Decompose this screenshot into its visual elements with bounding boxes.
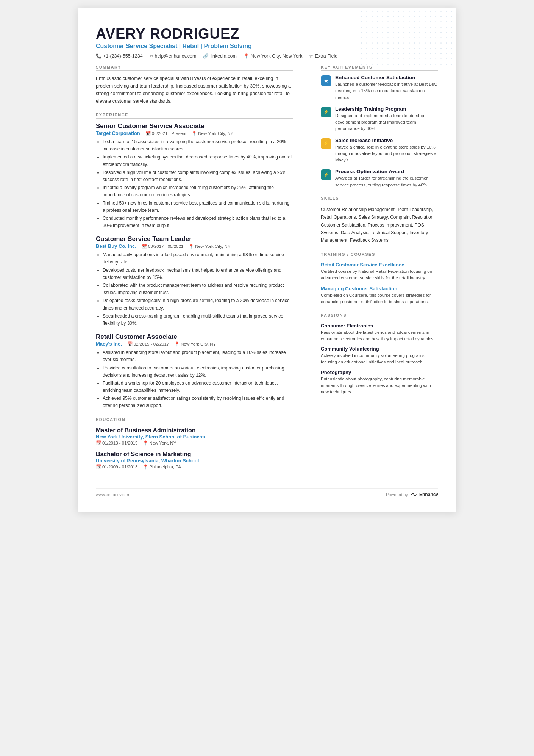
job-1-meta: Target Corporation 📅 06/2021 - Present 📍… — [96, 130, 293, 136]
list-item: Spearheaded a cross-training program, en… — [103, 313, 293, 327]
enhancv-mark-icon — [410, 492, 418, 497]
training-1-desc: Certified course by National Retail Fede… — [321, 268, 438, 282]
edu-2-meta: 📅 01/2009 - 01/2013 📍 Philadelphia, PA — [96, 464, 293, 470]
skills-section: SKILLS Customer Relationship Management,… — [321, 196, 438, 244]
achievements-section: KEY ACHIEVEMENTS ★ Enhanced Customer Sat… — [321, 65, 438, 188]
phone-icon: 📞 — [96, 53, 101, 59]
list-item: Managed daily operations in a fast-paced… — [103, 251, 293, 266]
job-1-bullets: Led a team of 15 associates in revamping… — [96, 138, 293, 229]
achievement-1-title: Enhanced Customer Satisfaction — [335, 75, 438, 80]
achievements-label: KEY ACHIEVEMENTS — [321, 65, 438, 71]
achievement-3-icon: ⚡ — [321, 138, 331, 149]
training-2-desc: Completed on Coursera, this course cover… — [321, 292, 438, 305]
passion-2-desc: Actively involved in community volunteer… — [321, 352, 438, 366]
training-2-title: Managing Customer Satisfaction — [321, 286, 438, 291]
achievement-4-icon: ⚡ — [321, 169, 331, 180]
pin-icon: 📍 — [174, 341, 180, 347]
contact-location: 📍 New York City, New York — [244, 53, 303, 59]
edu-1: Master of Business Administration New Yo… — [96, 427, 293, 446]
contact-phone: 📞 +1-(234)-555-1234 — [96, 53, 143, 59]
achievement-1-content: Enhanced Customer Satisfaction Launched … — [335, 75, 438, 101]
summary-section: SUMMARY Enthusiastic customer service sp… — [96, 65, 293, 105]
job-2: Customer Service Team Leader Best Buy Co… — [96, 235, 293, 327]
job-2-title: Customer Service Team Leader — [96, 235, 293, 243]
list-item: Assisted in enhancing store layout and p… — [103, 349, 293, 363]
email-icon: ✉ — [150, 53, 153, 59]
education-label: EDUCATION — [96, 417, 293, 423]
job-1-company: Target Corporation — [96, 130, 140, 136]
achievement-2-icon: ⚡ — [321, 107, 331, 117]
passion-3-title: Photography — [321, 369, 438, 375]
location-icon: 📍 — [244, 53, 249, 59]
list-item: Implemented a new ticketing system that … — [103, 153, 293, 168]
resume-page: // Generate dots inline for(let i=0;i<24… — [78, 8, 456, 512]
experience-section: EXPERIENCE Senior Customer Service Assoc… — [96, 113, 293, 410]
achievement-4-content: Process Optimization Award Awarded at Ta… — [335, 169, 438, 188]
passion-3-desc: Enthusiastic about photography, capturin… — [321, 376, 438, 396]
calendar-icon: 📅 — [142, 244, 147, 249]
experience-label: EXPERIENCE — [96, 113, 293, 119]
enhancv-logo: Enhancv — [410, 492, 438, 497]
list-item: Initiated a loyalty program which increa… — [103, 184, 293, 199]
job-2-company: Best Buy Co. Inc. — [96, 243, 136, 249]
job-3: Retail Customer Associate Macy's Inc. 📅 … — [96, 333, 293, 410]
edu-2: Bachelor of Science in Marketing Univers… — [96, 451, 293, 470]
training-2: Managing Customer Satisfaction Completed… — [321, 286, 438, 305]
achievement-3-desc: Played a critical role in elevating stor… — [335, 144, 438, 164]
job-3-title: Retail Customer Associate — [96, 333, 293, 341]
training-label: TRAINING / COURSES — [321, 252, 438, 258]
list-item: Provided consultation to customers on va… — [103, 365, 293, 379]
left-column: SUMMARY Enthusiastic customer service sp… — [96, 65, 293, 477]
achievement-4-title: Process Optimization Award — [335, 169, 438, 174]
summary-label: SUMMARY — [96, 65, 293, 71]
edu-1-school: New York University, Stern School of Bus… — [96, 434, 293, 440]
pin-icon: 📍 — [192, 131, 197, 136]
skills-label: SKILLS — [321, 196, 438, 202]
right-column: KEY ACHIEVEMENTS ★ Enhanced Customer Sat… — [321, 65, 438, 477]
passion-1-desc: Passionate about the latest trends and a… — [321, 329, 438, 343]
job-3-date: 📅 02/2015 - 02/2017 — [127, 341, 169, 347]
job-1: Senior Customer Service Associate Target… — [96, 122, 293, 229]
list-item: Resolved a high volume of customer compl… — [103, 169, 293, 183]
column-divider — [307, 65, 307, 477]
achievement-2: ⚡ Leadership Training Program Designed a… — [321, 106, 438, 132]
list-item: Led a team of 15 associates in revamping… — [103, 138, 293, 153]
contact-linkedin: 🔗 linkedin.com — [203, 53, 236, 59]
list-item: Achieved 95% customer satisfaction ratin… — [103, 395, 293, 409]
job-2-location: 📍 New York City, NY — [189, 244, 230, 249]
edu-1-degree: Master of Business Administration — [96, 427, 293, 434]
passions-section: PASSIONS Consumer Electronics Passionate… — [321, 313, 438, 396]
job-2-bullets: Managed daily operations in a fast-paced… — [96, 251, 293, 327]
training-1: Retail Customer Service Excellence Certi… — [321, 262, 438, 282]
job-2-meta: Best Buy Co. Inc. 📅 03/2017 - 05/2021 📍 … — [96, 243, 293, 249]
edu-2-school: University of Pennsylvania, Wharton Scho… — [96, 458, 293, 463]
summary-text: Enthusiastic customer service specialist… — [96, 75, 293, 105]
list-item: Developed customer feedback mechanisms t… — [103, 267, 293, 281]
calendar-icon: 📅 — [96, 464, 101, 470]
link-icon: 🔗 — [203, 53, 209, 59]
footer-powered: Powered by Enhancv — [386, 492, 438, 497]
candidate-name: AVERY RODRIGUEZ — [96, 26, 438, 42]
passion-2-title: Community Volunteering — [321, 346, 438, 352]
list-item: Delegated tasks strategically in a high-… — [103, 297, 293, 311]
edu-2-degree: Bachelor of Science in Marketing — [96, 451, 293, 458]
job-1-title: Senior Customer Service Associate — [96, 122, 293, 130]
pin-icon: 📍 — [189, 244, 194, 249]
calendar-icon: 📅 — [127, 341, 133, 347]
achievement-4-desc: Awarded at Target for streamlining the c… — [335, 175, 438, 188]
job-2-date: 📅 03/2017 - 05/2021 — [142, 244, 183, 249]
achievement-3-content: Sales Increase Initiative Played a criti… — [335, 138, 438, 164]
list-item: Trained 50+ new hires in customer servic… — [103, 200, 293, 214]
passion-3: Photography Enthusiastic about photograp… — [321, 369, 438, 396]
training-section: TRAINING / COURSES Retail Customer Servi… — [321, 252, 438, 305]
job-3-location: 📍 New York City, NY — [174, 341, 216, 347]
education-section: EDUCATION Master of Business Administrat… — [96, 417, 293, 470]
passions-label: PASSIONS — [321, 313, 438, 319]
passion-2: Community Volunteering Actively involved… — [321, 346, 438, 366]
achievement-2-title: Leadership Training Program — [335, 106, 438, 112]
achievement-1: ★ Enhanced Customer Satisfaction Launche… — [321, 75, 438, 101]
calendar-icon: 📅 — [96, 440, 101, 446]
job-3-meta: Macy's Inc. 📅 02/2015 - 02/2017 📍 New Yo… — [96, 341, 293, 347]
job-3-bullets: Assisted in enhancing store layout and p… — [96, 349, 293, 410]
list-item: Facilitated a workshop for 20 employees … — [103, 380, 293, 394]
